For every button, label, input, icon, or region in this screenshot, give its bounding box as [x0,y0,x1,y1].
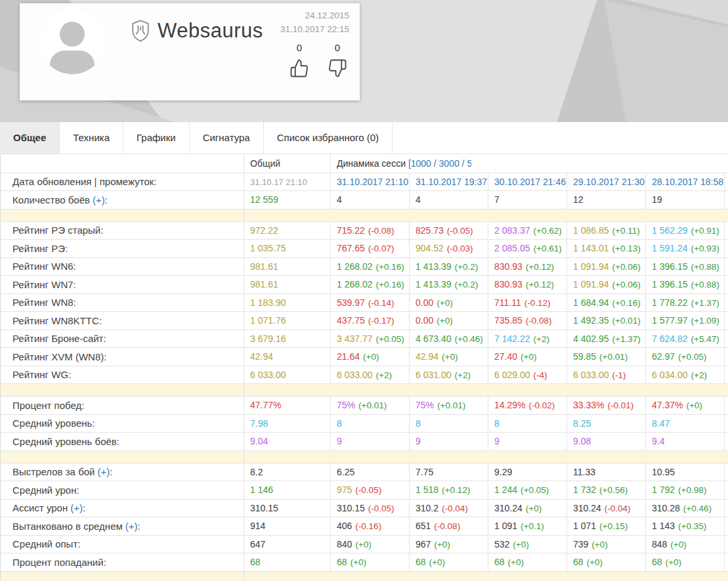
clipped-cell [725,191,728,209]
column-session-dynamics: Динамика сесси [1000 / 3000 / 500] [331,154,728,173]
stat-delta: (+0.16) [612,298,641,308]
table-row: Средний опыт:647840(+0)967(+0)532(+0)739… [1,535,728,553]
tab-general[interactable]: Общее [0,122,60,154]
stat-value: 1 071 [573,521,596,531]
stat-delta: (+0.16) [376,280,404,290]
session-date-link[interactable]: 28.10.2017 18:58 [652,177,723,187]
stat-cell: 68(+0) [331,553,410,572]
stat-cell: 711.11(-0.12) [488,293,567,312]
dislike-button[interactable]: 0 [326,42,349,78]
expand-link[interactable]: (+) [125,521,138,532]
clipped-cell [725,499,728,517]
stat-cell: 7.75 [410,463,488,481]
stat-cell: 1 518(+0.12) [410,481,488,500]
stat-cell: 1 577.97(+1.09) [646,312,725,330]
profile-card: Websaurus 24.12.2015 31.10.2017 22:15 0 … [20,3,360,100]
stat-cell: 4 [331,191,410,209]
tab-favorites[interactable]: Список избранного (0) [264,122,393,154]
expand-link[interactable]: (+) [70,502,83,513]
stat-value: 68 [573,557,584,567]
stat-delta: (+0.56) [599,485,628,495]
stat-value: 6 034.00 [652,370,688,380]
stat-delta: (+0.05) [678,352,706,362]
like-count: 0 [297,42,302,53]
table-row: Количество боёв(+):12 5594471219 [1,191,728,209]
stat-delta: (+0.1) [521,521,544,531]
expand-link[interactable]: (+) [93,194,105,205]
stat-delta: (+0.91) [691,226,719,236]
stat-cell: 6 031.00(+2) [410,366,488,384]
session-date-link[interactable]: 29.10.2017 21:30 [573,177,645,187]
stat-cell: 8.25 [567,414,646,433]
stat-cell: 47.37%(+0) [646,397,725,415]
stat-cell: 6 029.00(-4) [488,366,567,384]
stat-value: 904.52 [416,243,444,253]
stat-cell: 27.40(+0) [488,348,567,366]
stat-value: 62.97 [652,351,675,362]
stat-delta: (+0.01) [612,316,641,326]
clipped-cell [725,535,728,553]
stat-value: 68 [416,557,426,567]
registration-date: 24.12.2015 [280,9,349,22]
tab-charts[interactable]: Графики [123,122,190,154]
like-button[interactable]: 0 [288,42,311,78]
stat-value: 1 091.94 [573,261,609,272]
stat-cell: 6 034.00(+2) [646,366,725,384]
stat-value: 715.22 [337,225,365,236]
stat-cell: 68 [244,553,331,572]
stat-value: 19 [652,194,662,205]
stat-value: 1 413.39 [416,279,452,290]
stat-delta: (+2) [376,370,392,380]
page-title: Websaurus [158,19,263,43]
stat-delta: (-0.04) [442,504,468,513]
table-row: Рейтинг WN7:981.611 268.02(+0.16)1 413.3… [1,276,728,294]
session-date-link[interactable]: 30.10.2017 21:46 [494,177,566,187]
spacer-cell [1,571,244,581]
stat-cell: 1 268.02(+0.16) [331,257,410,276]
avatar-person-icon [50,51,95,74]
table-row: Вытанковано в среднем(+):914406(-0.16)65… [1,517,728,536]
session-range-link[interactable]: [1000 / 3000 / 500] [408,158,471,169]
stat-value: 2 083.37 [494,225,530,236]
table-row: Рейтинг WN8KTTC:1 071.76437.75(-0.17)0.0… [1,312,728,330]
stat-cell: 735.85(-0.08) [488,312,567,330]
stat-delta: (+0.05) [521,485,549,495]
stat-value: 9.04 [250,436,268,446]
stat-value: 7 142.22 [494,334,530,344]
expand-link[interactable]: (+) [97,466,110,477]
clipped-cell [725,463,728,481]
spacer-cell [244,384,728,397]
table-row: Рейтинг РЭ старый:972.22715.22(-0.08)825… [1,221,728,240]
stat-value: 1 684.94 [573,297,609,308]
stat-value: 47.37% [652,400,683,410]
session-date-link[interactable]: 31.10.2017 19:37 [416,177,487,187]
stat-delta: (-0.03) [447,244,473,253]
tab-signature[interactable]: Сигнатура [190,122,264,154]
row-label: Процент попаданий: [1,553,244,572]
stat-value: 42.94 [250,351,273,362]
stat-delta: (-0.08) [434,521,460,531]
stat-delta: (+0) [666,557,681,567]
stat-value: 1 577.97 [652,315,688,326]
stat-cell: 1 562.29(+0.91) [646,221,725,240]
tab-vehicles[interactable]: Техника [60,122,123,154]
stat-value: 1 086.85 [573,225,609,236]
row-label: Средний уровень боёв: [1,433,244,451]
stat-delta: (+0.12) [526,262,554,272]
stat-cell: 68(+0) [488,553,567,572]
last-update-date: 31.10.2017 22:15 [280,22,349,36]
session-date-link[interactable]: 31.10.2017 21:10 [337,177,408,187]
table-row: Средний урон:1 146975(-0.05)1 518(+0.12)… [1,481,728,500]
stat-cell: 1 684.94(+0.16) [567,293,646,312]
stat-value: 1 268.02 [337,279,373,290]
stat-delta: (+0) [508,557,524,567]
stat-value: 68 [494,557,505,567]
stat-delta: (+0.01) [599,352,628,362]
stat-value: 1 071.76 [250,315,286,326]
stat-cell: 42.94 [244,348,331,366]
stat-cell: 28.10.2017 18:58 [646,173,725,191]
stat-value: 21.64 [337,351,360,362]
stat-value: 4 [337,194,342,205]
stat-cell: 31.10.17 21:10 [244,173,331,191]
stat-cell: 1 492.35(+0.01) [567,312,646,330]
